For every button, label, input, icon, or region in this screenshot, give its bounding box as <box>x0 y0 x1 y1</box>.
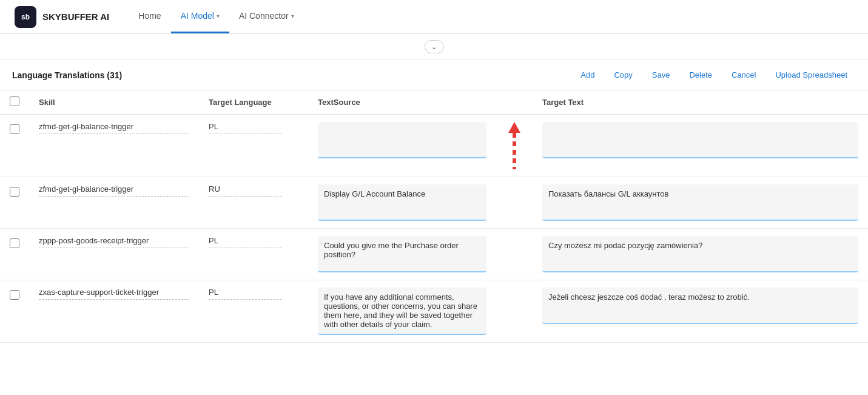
row-2-spacer-cell <box>496 177 533 229</box>
translations-table: Skill Target Language TextSource Target … <box>0 90 868 343</box>
table-row: zfmd-get-gl-balance-trigger RU Display G… <box>0 177 868 229</box>
row-2-source-cell[interactable]: Display G/L Account Balance <box>308 177 496 229</box>
save-button[interactable]: Save <box>644 67 679 83</box>
nav-ai-model[interactable]: AI Model ▾ <box>171 0 229 33</box>
row-3-source-cell[interactable]: Could you give me the Purchase order pos… <box>308 229 496 280</box>
table-header-row: Skill Target Language TextSource Target … <box>0 90 868 115</box>
row-1-checkbox[interactable] <box>10 124 19 134</box>
row-3-target-text[interactable]: Czy możesz mi podać pozycję zamówienia? <box>542 236 858 272</box>
row-2-language: RU <box>209 184 281 197</box>
nav-ai-connector-label: AI Connector <box>239 11 289 21</box>
select-all-checkbox[interactable] <box>10 96 19 106</box>
table-row: zppp-post-goods-receipt-trigger PL Could… <box>0 229 868 280</box>
ai-connector-chevron-icon: ▾ <box>291 13 294 19</box>
row-1-skill: zfmd-get-gl-balance-trigger <box>39 122 133 131</box>
nav-home-label: Home <box>138 11 161 21</box>
row-4-skill-cell: zxas-capture-support-ticket-trigger <box>29 280 199 343</box>
row-1-arrow-cell <box>496 115 533 177</box>
nav-home[interactable]: Home <box>129 0 170 33</box>
row-1-target-text[interactable] <box>542 122 858 158</box>
row-4-target-text[interactable]: Jeżeli chcesz jeszcze coś dodać , teraz … <box>542 288 858 324</box>
col-checkbox <box>0 90 29 115</box>
row-4-lang-cell: PL <box>199 280 308 343</box>
table-wrapper: Skill Target Language TextSource Target … <box>0 90 868 343</box>
row-4-spacer-cell <box>496 280 533 343</box>
row-3-checkbox[interactable] <box>10 238 19 248</box>
collapse-button[interactable]: ⌄ <box>425 40 444 53</box>
delete-button[interactable]: Delete <box>681 67 721 83</box>
row-2-checkbox-cell <box>0 177 29 229</box>
nav-ai-model-label: AI Model <box>181 11 214 21</box>
row-3-source-text[interactable]: Could you give me the Purchase order pos… <box>318 236 486 272</box>
row-4-source-cell[interactable]: If you have any additional comments, que… <box>308 280 496 343</box>
row-2-lang-cell: RU <box>199 177 308 229</box>
row-4-language: PL <box>209 288 281 300</box>
row-3-target-cell[interactable]: Czy możesz mi podać pozycję zamówienia? <box>533 229 868 280</box>
collapse-bar: ⌄ <box>0 34 868 60</box>
row-4-checkbox[interactable] <box>10 290 19 300</box>
row-1-source-text[interactable] <box>318 122 486 158</box>
col-arrow-spacer <box>496 90 533 115</box>
col-skill: Skill <box>29 90 199 115</box>
row-3-checkbox-cell <box>0 229 29 280</box>
section-header: Language Translations (31) Add Copy Save… <box>0 60 868 90</box>
ai-model-chevron-icon: ▾ <box>217 13 220 19</box>
nav-ai-connector[interactable]: AI Connector ▾ <box>229 0 304 33</box>
chevron-down-icon: ⌄ <box>431 43 437 51</box>
main-nav: Home AI Model ▾ AI Connector ▾ <box>129 0 303 33</box>
row-2-skill: zfmd-get-gl-balance-trigger <box>39 184 133 194</box>
row-1-source-cell[interactable] <box>308 115 496 177</box>
logo-badge: sb <box>15 6 36 28</box>
col-text-source: TextSource <box>308 90 496 115</box>
copy-button[interactable]: Copy <box>605 67 641 83</box>
row-3-skill-cell: zppp-post-goods-receipt-trigger <box>29 229 199 280</box>
row-2-target-cell[interactable]: Показать балансы G/L аккаунтов <box>533 177 868 229</box>
arrow-shaft-icon <box>513 133 516 169</box>
upload-spreadsheet-button[interactable]: Upload Spreadsheet <box>767 67 856 83</box>
cancel-button[interactable]: Cancel <box>723 67 764 83</box>
action-buttons: Add Copy Save Delete Cancel Upload Sprea… <box>572 67 856 83</box>
row-3-spacer-cell <box>496 229 533 280</box>
section-title: Language Translations (31) <box>12 70 572 80</box>
row-2-skill-cell: zfmd-get-gl-balance-trigger <box>29 177 199 229</box>
table-row: zfmd-get-gl-balance-trigger PL <box>0 115 868 177</box>
logo-text: sb <box>21 13 30 21</box>
row-4-target-cell[interactable]: Jeżeli chcesz jeszcze coś dodać , teraz … <box>533 280 868 343</box>
row-3-lang-cell: PL <box>199 229 308 280</box>
col-target-language: Target Language <box>199 90 308 115</box>
row-3-skill: zppp-post-goods-receipt-trigger <box>39 236 149 245</box>
row-4-source-text[interactable]: If you have any additional comments, que… <box>318 288 486 335</box>
add-button[interactable]: Add <box>572 67 603 83</box>
arrow-head-icon <box>508 122 520 133</box>
row-1-target-cell[interactable] <box>533 115 868 177</box>
row-4-skill: zxas-capture-support-ticket-trigger <box>39 288 159 297</box>
logo-wrapper: sb SKYBUFFER AI <box>15 6 109 28</box>
row-3-language: PL <box>209 236 281 248</box>
row-2-checkbox[interactable] <box>10 187 19 197</box>
language-translations-section: Language Translations (31) Add Copy Save… <box>0 60 868 343</box>
col-target-text: Target Text <box>533 90 868 115</box>
row-4-checkbox-cell <box>0 280 29 343</box>
table-row: zxas-capture-support-ticket-trigger PL I… <box>0 280 868 343</box>
row-1-skill-cell: zfmd-get-gl-balance-trigger <box>29 115 199 177</box>
row-1-checkbox-cell <box>0 115 29 177</box>
header: sb SKYBUFFER AI Home AI Model ▾ AI Conne… <box>0 0 868 34</box>
row-1-lang-cell: PL <box>199 115 308 177</box>
row-1-language: PL <box>209 122 281 134</box>
row-2-source-text[interactable]: Display G/L Account Balance <box>318 184 486 221</box>
annotation-arrow <box>501 122 528 169</box>
app-name: SKYBUFFER AI <box>42 12 109 22</box>
row-2-target-text[interactable]: Показать балансы G/L аккаунтов <box>542 184 858 221</box>
